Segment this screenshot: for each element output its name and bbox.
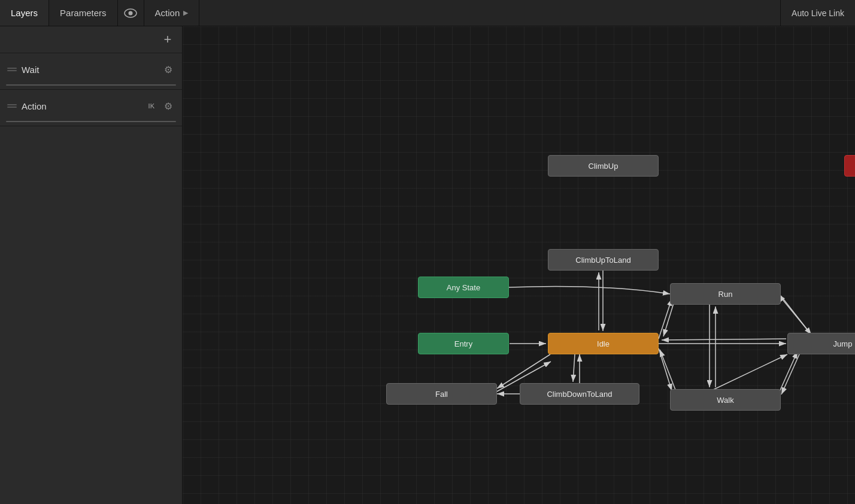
state-node-anystate[interactable]: Any State	[418, 277, 509, 298]
drag-handle-action[interactable]	[6, 104, 18, 108]
ik-badge-action: IK	[148, 102, 154, 110]
svg-line-13	[662, 339, 786, 340]
eye-icon	[124, 8, 137, 18]
layer-settings-action[interactable]: ⚙	[160, 98, 176, 114]
state-node-run[interactable]: Run	[670, 283, 781, 305]
state-node-jump[interactable]: Jump	[787, 333, 855, 354]
state-machine-canvas[interactable]: ClimbUpExitClimbUpToLandAny StateRunEntr…	[183, 26, 855, 504]
topbar: Layers Parameters Action ▶ Auto Live Lin…	[0, 0, 855, 26]
svg-line-8	[659, 299, 672, 339]
arrows-svg	[183, 26, 855, 504]
chevron-icon: ▶	[183, 9, 188, 17]
drag-handle-wait[interactable]	[6, 68, 18, 71]
sidebar-header: +	[0, 26, 182, 53]
state-node-climbup[interactable]: ClimbUp	[548, 155, 659, 177]
svg-line-17	[780, 351, 798, 391]
svg-line-15	[778, 294, 808, 331]
layer-settings-wait[interactable]: ⚙	[160, 62, 176, 77]
tab-parameters[interactable]: Parameters	[49, 0, 118, 26]
svg-line-24	[573, 354, 575, 382]
main-layout: + Wait ⚙ Action IK ⚙	[0, 26, 855, 504]
auto-live-link-button[interactable]: Auto Live Link	[780, 0, 855, 26]
state-node-fall[interactable]: Fall	[386, 383, 497, 405]
state-node-idle[interactable]: Idle	[548, 333, 659, 354]
svg-line-11	[660, 350, 675, 390]
svg-point-1	[129, 11, 133, 15]
svg-line-18	[710, 354, 787, 391]
add-layer-button[interactable]: +	[159, 31, 176, 48]
layer-underline-wait	[6, 84, 176, 86]
state-node-climbdowntoland[interactable]: ClimbDownToLand	[520, 383, 639, 405]
state-node-walk[interactable]: Walk	[670, 389, 781, 411]
state-node-exit[interactable]: Exit	[844, 155, 855, 177]
eye-button[interactable]	[118, 0, 144, 26]
layer-underline-action	[6, 121, 176, 122]
state-node-climbuptoland[interactable]: ClimbUpToLand	[548, 249, 659, 271]
svg-line-10	[659, 348, 672, 391]
svg-line-16	[781, 354, 799, 394]
layer-item-action: Action IK ⚙	[0, 90, 182, 126]
svg-line-14	[781, 296, 811, 335]
layer-name-action: Action	[22, 101, 145, 111]
layer-name-wait: Wait	[22, 65, 157, 75]
action-tab-label: Action	[155, 8, 180, 18]
layer-item-wait: Wait ⚙	[0, 53, 182, 90]
tab-action[interactable]: Action ▶	[144, 0, 200, 26]
sidebar: + Wait ⚙ Action IK ⚙	[0, 26, 183, 504]
tab-layers[interactable]: Layers	[0, 0, 49, 26]
state-node-entry[interactable]: Entry	[418, 333, 509, 354]
